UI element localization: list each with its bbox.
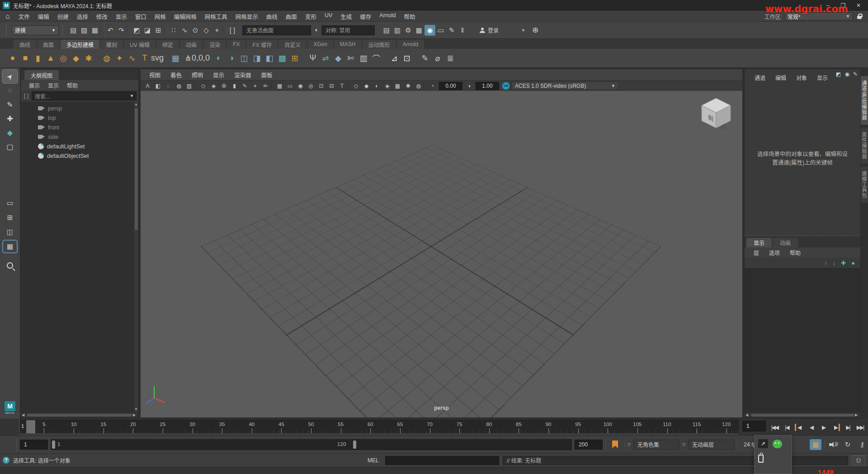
menu-item[interactable]: 选择 [73, 12, 92, 21]
tool-button[interactable]: ◆ [2, 126, 18, 139]
viewport-toolbar-icon[interactable] [424, 82, 427, 90]
shelf-tool-icon[interactable] [95, 51, 100, 66]
viewport-toolbar-icon[interactable]: ◍ [413, 81, 424, 90]
outliner-menu-item[interactable]: 显示 [44, 81, 62, 89]
isolate-icon[interactable]: ◩ [836, 71, 841, 77]
chevron-down-icon[interactable]: ▽ [627, 442, 631, 447]
anim-layer-dropdown[interactable]: 无动画层 [688, 440, 734, 450]
shelf-tool-icon[interactable] [164, 51, 169, 66]
outliner-item[interactable]: top [21, 113, 138, 123]
shelf-tool-icon[interactable]: ⊞ [288, 51, 301, 66]
colorspace-dropdown[interactable]: ACES 1.0 SDR-video (sRGB) ▼ [511, 81, 619, 90]
viewport-3d[interactable]: 前 右 persp [141, 91, 742, 417]
shelf-tool-icon[interactable]: ▩ [276, 51, 288, 66]
menu-item[interactable]: 网格 [151, 12, 170, 21]
toolbar-icon[interactable] [164, 25, 168, 35]
shelf-tool-icon[interactable]: 0,0,0 [194, 51, 207, 66]
viewport-toolbar-icon[interactable]: ⊡ [316, 81, 326, 90]
character-set-dropdown[interactable]: 无角色集 [633, 440, 679, 450]
current-frame-marker[interactable] [26, 420, 35, 433]
viewport-toolbar-icon[interactable]: ⚙ [219, 81, 229, 90]
toolbar-grip[interactable] [62, 25, 65, 36]
shelf-tab[interactable]: 自定义 [278, 40, 307, 49]
home-icon[interactable]: ⌂ [5, 12, 10, 20]
shelf-tool-icon[interactable]: svg [151, 51, 164, 66]
viewport-menu-item[interactable]: 面板 [256, 71, 278, 79]
layer-editor-tab[interactable]: 显示 [746, 238, 772, 247]
tool-button[interactable]: ◌ [2, 84, 18, 97]
shelf-tab[interactable]: 绑定 [156, 40, 179, 49]
scroll-thumb[interactable] [27, 414, 132, 417]
layer-editor-menu-item[interactable]: 层 [749, 249, 764, 256]
toolbar-grip[interactable] [6, 25, 9, 36]
help-icon[interactable]: ? [3, 457, 9, 464]
animation-end-field[interactable]: 200 [575, 440, 603, 450]
outliner-tab[interactable]: 大纲视图 [24, 70, 59, 80]
viewport-toolbar-icon[interactable]: ◉ [295, 81, 306, 90]
sign-in-dropdown[interactable]: 登录 ▼ [476, 25, 530, 35]
toolbar-icon[interactable] [222, 25, 227, 35]
layer-editor-menu-item[interactable]: 选项 [764, 249, 784, 256]
shelf-tool-icon[interactable]: ⊿ [388, 51, 401, 66]
playback-button[interactable]: ▶ [830, 422, 842, 433]
viewport-toolbar-icon[interactable]: ▦ [274, 81, 285, 90]
tool-button[interactable]: ✚ [2, 112, 18, 125]
shelf-tab[interactable]: Arnold [397, 40, 425, 49]
viewport-toolbar-icon[interactable]: ◈ [208, 81, 219, 90]
toolbar-icon[interactable]: ∿ [179, 25, 190, 36]
search-input[interactable]: 搜索... ▼ [32, 91, 137, 100]
color-management-toggle[interactable]: ON [502, 82, 510, 90]
shelf-tool-icon[interactable]: ▮ [32, 51, 44, 66]
shelf-tab[interactable]: FX 缓存 [246, 40, 278, 49]
menu-item[interactable]: 编辑 [34, 12, 53, 21]
shelf-tool-icon[interactable]: ⌀ [431, 51, 444, 66]
render-icon[interactable]: ▦ [414, 25, 425, 36]
active-surface-field[interactable]: 无激活曲面 [242, 25, 311, 35]
search-tools-icon[interactable] [7, 262, 13, 269]
render-icon[interactable]: ▥ [392, 25, 403, 36]
shelf-tool-icon[interactable]: ◍ [100, 51, 113, 66]
toolbar-icon[interactable] [127, 25, 131, 35]
shelf-tool-icon[interactable]: ✎ [419, 51, 431, 66]
shelf-tool-icon[interactable]: ✄ [344, 51, 357, 66]
shelf-tab[interactable]: XGen [307, 40, 333, 49]
tool-button[interactable]: ▢ [2, 140, 18, 153]
layer-button[interactable]: ↓ [833, 260, 836, 266]
viewport-toolbar-icon[interactable]: ◐ [372, 81, 382, 90]
shelf-tab[interactable]: UV 编辑 [124, 40, 156, 49]
animation-start-field[interactable]: 1 [20, 440, 48, 450]
menu-item[interactable]: 生成 [336, 12, 356, 21]
scroll-up-icon[interactable]: ▲ [134, 102, 138, 107]
viewport-menu-item[interactable]: 着色 [165, 71, 187, 79]
menu-item[interactable]: 窗口 [131, 12, 151, 21]
channel-box-menu-item[interactable]: 通道 [750, 74, 770, 81]
menu-set-dropdown[interactable]: 建模 ▼ [12, 25, 59, 35]
wechat-icon[interactable] [773, 440, 782, 448]
viewport-toolbar-icon[interactable]: ◆ [361, 81, 372, 90]
layout-button[interactable]: ⊞ [3, 212, 17, 223]
toolbar-icon[interactable]: ⊙ [190, 25, 201, 36]
layout-button[interactable]: ▦ [3, 241, 17, 252]
toolbar-icon[interactable]: [ ] [227, 25, 238, 36]
tool-button[interactable]: ➤ [2, 70, 18, 83]
shelf-tool-icon[interactable]: ◑ [225, 51, 238, 66]
viewport-toolbar-icon[interactable] [194, 82, 198, 90]
layout-button[interactable]: ▭ [3, 197, 17, 209]
mel-toggle[interactable]: MEL [365, 457, 382, 464]
current-frame-field[interactable]: 1 [742, 421, 766, 431]
timeline-grip[interactable] [0, 420, 20, 435]
toolbar-icon[interactable] [100, 25, 105, 35]
scroll-right-icon[interactable]: ▶ [133, 413, 137, 417]
scroll-thumb[interactable] [751, 414, 854, 417]
sidebar-vertical-tab[interactable]: 通道盒/层编辑器 [861, 76, 868, 125]
shelf-tool-icon[interactable] [382, 51, 388, 66]
shelf-tab[interactable]: FX [227, 40, 245, 49]
outliner-menu-item[interactable]: 帮助 [63, 81, 81, 89]
shelf-tab[interactable]: 曲面 [37, 40, 60, 49]
shelf-tool-icon[interactable]: ◆ [70, 51, 82, 66]
command-input[interactable] [385, 456, 499, 465]
viewport-toolbar-icon[interactable]: ◎ [306, 81, 316, 90]
close-button[interactable]: ✕ [852, 1, 865, 10]
viewport-toolbar-icon[interactable]: ◌ [163, 81, 174, 90]
toolbar-icon[interactable]: ◩ [131, 25, 142, 36]
